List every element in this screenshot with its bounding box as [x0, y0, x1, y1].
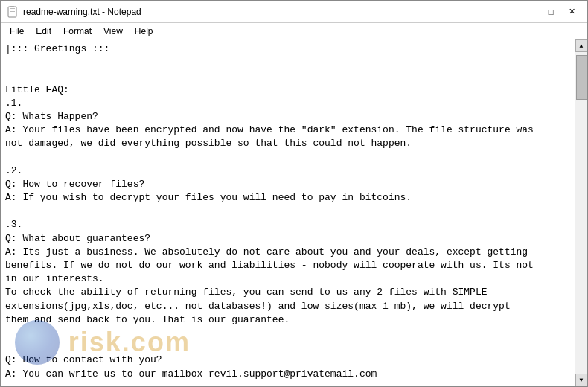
menu-help[interactable]: Help: [129, 25, 159, 38]
notepad-window: readme-warning.txt - Notepad — □ ✕ File …: [0, 0, 588, 387]
menu-format[interactable]: Format: [57, 25, 98, 38]
window-controls: — □ ✕: [520, 4, 581, 19]
scroll-thumb[interactable]: [576, 55, 587, 100]
text-content[interactable]: |::: Greetings ::: Little FAQ: .1. Q: Wh…: [1, 39, 575, 386]
minimize-button[interactable]: —: [520, 4, 540, 19]
menu-view[interactable]: View: [98, 25, 129, 38]
content-area: |::: Greetings ::: Little FAQ: .1. Q: Wh…: [1, 39, 587, 386]
maximize-button[interactable]: □: [541, 4, 560, 19]
menu-file[interactable]: File: [4, 25, 30, 38]
svg-rect-4: [10, 13, 13, 13]
svg-rect-5: [10, 6, 14, 7]
svg-rect-2: [10, 10, 15, 10]
notepad-icon: [7, 6, 19, 18]
menu-bar: File Edit Format View Help: [1, 23, 587, 39]
scroll-track: [575, 52, 587, 374]
scroll-down-button[interactable]: ▼: [575, 374, 588, 386]
scrollbar[interactable]: ▲ ▼: [575, 39, 587, 386]
svg-rect-3: [10, 11, 15, 12]
window-title: readme-warning.txt - Notepad: [23, 7, 520, 17]
svg-rect-1: [10, 8, 15, 9]
scroll-up-button[interactable]: ▲: [575, 39, 588, 52]
title-bar: readme-warning.txt - Notepad — □ ✕: [1, 1, 587, 23]
close-button[interactable]: ✕: [562, 4, 581, 19]
menu-edit[interactable]: Edit: [30, 25, 57, 38]
